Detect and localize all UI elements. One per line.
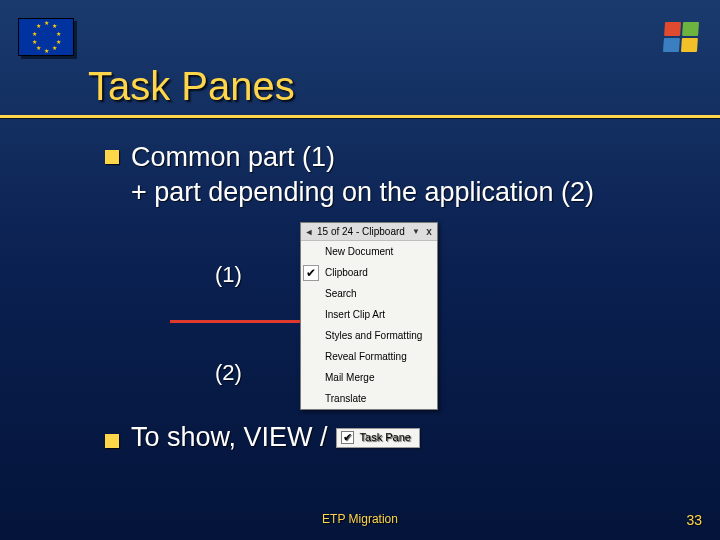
bullet-2-text: To show, VIEW /: [131, 420, 328, 455]
bullet-row-1: Common part (1) + part depending on the …: [105, 140, 690, 210]
taskpane-menu-item[interactable]: Mail Merge: [301, 367, 437, 388]
taskpane-menu-item[interactable]: Styles and Formatting: [301, 325, 437, 346]
menu-item-label: New Document: [325, 246, 433, 257]
dropdown-arrow-icon[interactable]: ▼: [411, 227, 421, 236]
bullet-row-2: To show, VIEW / ✔ Task Pane: [105, 420, 690, 455]
menu-item-label: Reveal Formatting: [325, 351, 433, 362]
menu-item-icon: [303, 370, 319, 386]
bullet-1-line-1: Common part (1): [131, 142, 335, 172]
taskpane-menu-toggle[interactable]: ✔ Task Pane: [336, 428, 420, 448]
menu-item-icon: [303, 328, 319, 344]
bullet-1-line-2: + part depending on the application (2): [131, 177, 594, 207]
back-arrow-icon[interactable]: ◄: [303, 226, 315, 238]
windows-logo-icon: [663, 22, 699, 52]
checkbox-checked-icon: ✔: [341, 431, 354, 444]
eu-flag-logo: ★ ★ ★ ★ ★ ★ ★ ★ ★ ★: [18, 18, 74, 56]
menu-item-label: Clipboard: [325, 267, 433, 278]
menu-item-icon: [303, 286, 319, 302]
slide-footer: ETP Migration: [0, 512, 720, 526]
taskpane-menu-item[interactable]: New Document: [301, 241, 437, 262]
menu-item-label: Styles and Formatting: [325, 330, 433, 341]
slide-number: 33: [686, 512, 702, 528]
taskpane-dropdown-panel: ◄ 15 of 24 - Clipboard ▼ x New Document✔…: [300, 222, 438, 410]
menu-item-icon: [303, 391, 319, 407]
taskpane-menu-item[interactable]: Search: [301, 283, 437, 304]
bullet-icon: [105, 150, 119, 164]
menu-item-label: Mail Merge: [325, 372, 433, 383]
taskpane-menu-item[interactable]: Insert Clip Art: [301, 304, 437, 325]
eu-stars: ★ ★ ★ ★ ★ ★ ★ ★ ★ ★: [31, 22, 61, 52]
taskpane-header-title: 15 of 24 - Clipboard: [317, 226, 409, 237]
taskpane-header: ◄ 15 of 24 - Clipboard ▼ x: [301, 223, 437, 241]
menu-item-icon: [303, 244, 319, 260]
menu-item-label: Translate: [325, 393, 433, 404]
region-label-2: (2): [215, 360, 242, 386]
menu-item-icon: [303, 307, 319, 323]
taskpane-toggle-label: Task Pane: [360, 430, 411, 444]
bullet-1-text: Common part (1) + part depending on the …: [131, 140, 594, 210]
close-icon[interactable]: x: [423, 226, 435, 237]
menu-item-label: Search: [325, 288, 433, 299]
slide-title: Task Panes: [88, 64, 696, 115]
region-label-1: (1): [215, 262, 242, 288]
taskpane-menu-item[interactable]: Translate: [301, 388, 437, 409]
menu-item-label: Insert Clip Art: [325, 309, 433, 320]
menu-item-icon: [303, 349, 319, 365]
bullet-icon: [105, 434, 119, 448]
checkmark-icon: ✔: [303, 265, 319, 281]
taskpane-menu-item[interactable]: Reveal Formatting: [301, 346, 437, 367]
title-underline: [0, 115, 720, 119]
taskpane-menu-item[interactable]: ✔Clipboard: [301, 262, 437, 283]
